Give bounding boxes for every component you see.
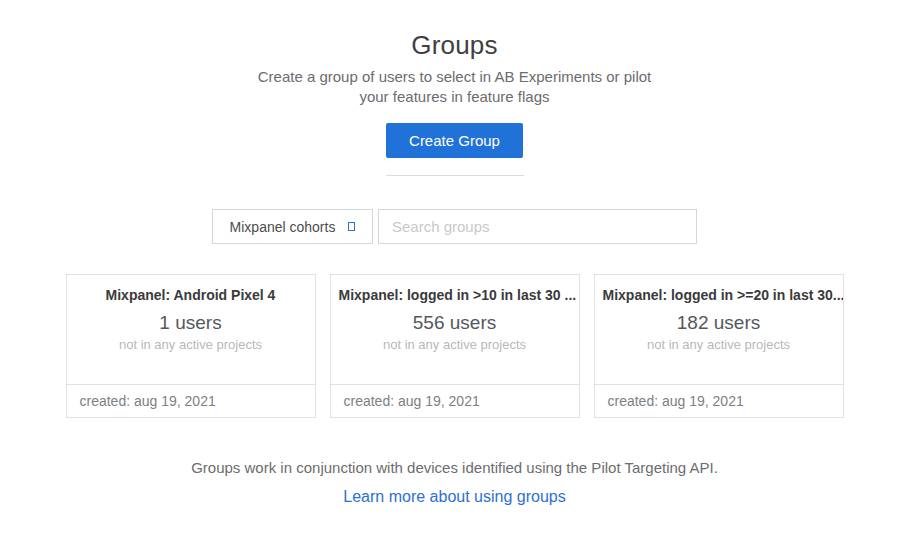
group-created-date: created: aug 19, 2021 <box>331 384 579 417</box>
group-card[interactable]: Mixpanel: logged in >=20 in last 30... 1… <box>594 274 844 418</box>
learn-more-link[interactable]: Learn more about using groups <box>343 488 565 506</box>
group-users-count: 556 users <box>331 312 579 334</box>
group-cards: Mixpanel: Android Pixel 4 1 users not in… <box>0 274 909 418</box>
cohort-source-dropdown[interactable]: Mixpanel cohorts <box>212 209 373 244</box>
group-card[interactable]: Mixpanel: logged in >10 in last 30 ... 5… <box>330 274 580 418</box>
cohort-source-dropdown-value: Mixpanel cohorts <box>230 219 336 235</box>
page-title: Groups <box>0 0 909 61</box>
search-groups-input[interactable] <box>378 209 697 244</box>
divider <box>386 175 524 176</box>
filters-row: Mixpanel cohorts <box>212 209 697 244</box>
create-group-button[interactable]: Create Group <box>386 123 523 158</box>
group-users-count: 1 users <box>67 312 315 334</box>
group-card-body: Mixpanel: logged in >10 in last 30 ... 5… <box>331 275 579 384</box>
group-card-title: Mixpanel: logged in >=20 in last 30... <box>595 287 843 303</box>
dropdown-indicator-icon <box>348 222 355 231</box>
group-card-title: Mixpanel: logged in >10 in last 30 ... <box>331 287 579 303</box>
group-card-body: Mixpanel: Android Pixel 4 1 users not in… <box>67 275 315 384</box>
groups-page: Groups Create a group of users to select… <box>0 0 909 558</box>
group-card[interactable]: Mixpanel: Android Pixel 4 1 users not in… <box>66 274 316 418</box>
group-card-title: Mixpanel: Android Pixel 4 <box>67 287 315 303</box>
group-projects-status: not in any active projects <box>67 337 315 352</box>
group-card-body: Mixpanel: logged in >=20 in last 30... 1… <box>595 275 843 384</box>
group-projects-status: not in any active projects <box>331 337 579 352</box>
group-users-count: 182 users <box>595 312 843 334</box>
group-projects-status: not in any active projects <box>595 337 843 352</box>
group-created-date: created: aug 19, 2021 <box>67 384 315 417</box>
group-created-date: created: aug 19, 2021 <box>595 384 843 417</box>
footer-info: Groups work in conjunction with devices … <box>0 458 909 478</box>
page-subtitle: Create a group of users to select in AB … <box>255 67 655 107</box>
